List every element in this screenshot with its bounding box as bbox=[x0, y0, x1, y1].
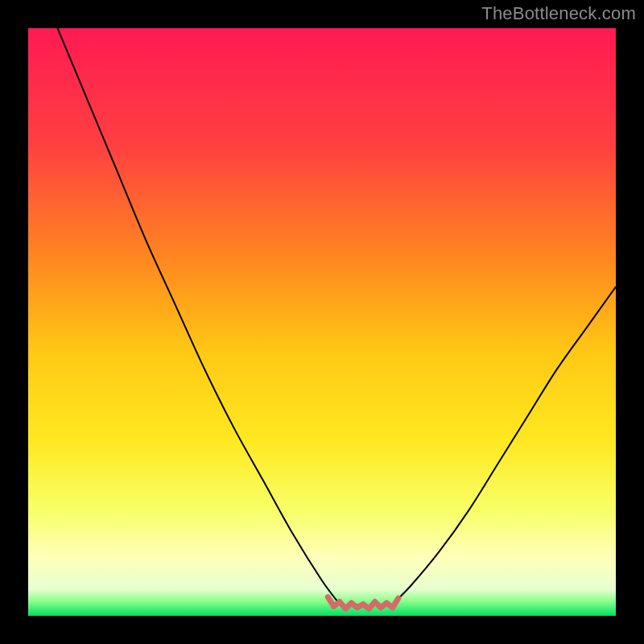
chart-frame: TheBottleneck.com bbox=[0, 0, 644, 644]
chart-svg bbox=[28, 28, 616, 616]
plot-area bbox=[28, 28, 616, 616]
watermark-text: TheBottleneck.com bbox=[481, 3, 636, 24]
gradient-background bbox=[28, 28, 616, 616]
